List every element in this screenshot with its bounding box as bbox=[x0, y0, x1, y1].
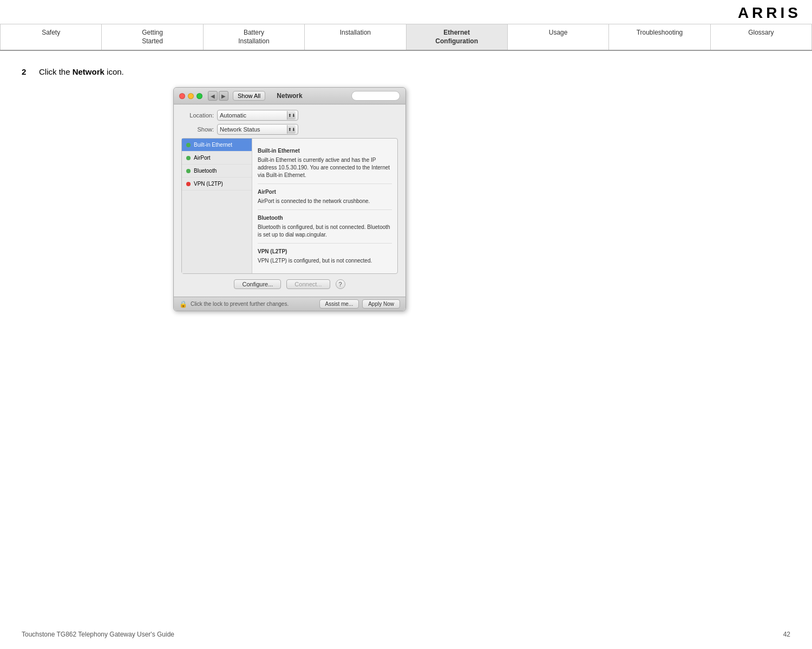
navigation: Safety GettingStarted BatteryInstallatio… bbox=[0, 24, 812, 51]
airport-detail: AirPort AirPort is connected to the netw… bbox=[258, 184, 392, 210]
bluetooth-status-dot bbox=[186, 169, 191, 173]
network-item-vpn[interactable]: VPN (L2TP) bbox=[182, 178, 252, 191]
ethernet-detail-text: Built-in Ethernet is currently active an… bbox=[258, 156, 392, 179]
mac-maximize-button[interactable] bbox=[197, 93, 202, 99]
network-item-airport[interactable]: AirPort bbox=[182, 152, 252, 165]
nav-ethernet-configuration[interactable]: EthernetConfiguration bbox=[407, 24, 508, 50]
mac-help-button[interactable]: ? bbox=[336, 279, 345, 289]
airport-detail-title: AirPort bbox=[258, 188, 392, 196]
footer-page-number: 42 bbox=[783, 631, 790, 638]
bluetooth-detail-title: Bluetooth bbox=[258, 214, 392, 222]
mac-assist-button[interactable]: Assist me... bbox=[319, 299, 359, 309]
mac-close-button[interactable] bbox=[179, 93, 185, 99]
nav-battery-installation[interactable]: BatteryInstallation bbox=[204, 24, 305, 50]
lock-icon: 🔒 bbox=[179, 300, 187, 308]
ethernet-status-dot bbox=[186, 143, 191, 147]
vpn-status-dot bbox=[186, 182, 191, 186]
nav-installation[interactable]: Installation bbox=[305, 24, 406, 50]
vpn-detail-text: VPN (L2TP) is configured, but is not con… bbox=[258, 257, 392, 265]
mac-apply-now-button[interactable]: Apply Now bbox=[362, 299, 400, 309]
mac-window-buttons bbox=[179, 93, 202, 99]
mac-show-arrow: ⬆⬇ bbox=[287, 125, 296, 134]
ethernet-detail: Built-in Ethernet Built-in Ethernet is c… bbox=[258, 143, 392, 184]
mac-network-detail: Built-in Ethernet Built-in Ethernet is c… bbox=[252, 139, 397, 273]
mac-show-label: Show: bbox=[181, 126, 214, 133]
vpn-detail: VPN (L2TP) VPN (L2TP) is configured, but… bbox=[258, 244, 392, 269]
mac-minimize-button[interactable] bbox=[188, 93, 194, 99]
mac-show-select[interactable]: Network Status ⬆⬇ bbox=[217, 124, 298, 135]
main-content: 2 Click the Network icon. ◀ ▶ Show All N… bbox=[0, 51, 812, 333]
bluetooth-detail: Bluetooth Bluetooth is configured, but i… bbox=[258, 210, 392, 244]
mac-lockbar-buttons: Assist me... Apply Now bbox=[319, 299, 401, 309]
arris-logo: ARRIS bbox=[738, 4, 801, 22]
mac-window-body: Location: Automatic ⬆⬇ Show: Network Sta… bbox=[174, 104, 405, 297]
airport-detail-text: AirPort is connected to the network crus… bbox=[258, 198, 392, 205]
mac-titlebar: ◀ ▶ Show All Network bbox=[174, 88, 405, 104]
page-footer: Touchstone TG862 Telephony Gateway User'… bbox=[0, 631, 812, 638]
network-item-bluetooth[interactable]: Bluetooth bbox=[182, 165, 252, 178]
mac-lock-text: Click the lock to prevent further change… bbox=[191, 301, 289, 307]
network-item-ethernet[interactable]: Built-in Ethernet bbox=[182, 139, 252, 152]
mac-show-all-button[interactable]: Show All bbox=[233, 91, 265, 101]
mac-forward-button[interactable]: ▶ bbox=[219, 91, 228, 101]
step-instruction: Click the Network icon. bbox=[39, 67, 124, 76]
mac-network-window: ◀ ▶ Show All Network Location: Automatic… bbox=[173, 87, 406, 311]
mac-window-title: Network bbox=[277, 92, 302, 100]
nav-glossary[interactable]: Glossary bbox=[711, 24, 812, 50]
nav-safety[interactable]: Safety bbox=[0, 24, 102, 50]
mac-configure-button[interactable]: Configure... bbox=[234, 279, 281, 289]
mac-lockbar: 🔒 Click the lock to prevent further chan… bbox=[174, 297, 405, 311]
mac-location-arrow: ⬆⬇ bbox=[287, 111, 296, 120]
mac-show-row: Show: Network Status ⬆⬇ bbox=[181, 124, 398, 135]
nav-getting-started[interactable]: GettingStarted bbox=[102, 24, 203, 50]
nav-usage[interactable]: Usage bbox=[508, 24, 609, 50]
mac-location-label: Location: bbox=[181, 112, 214, 119]
mac-search-input[interactable] bbox=[351, 91, 400, 101]
vpn-detail-title: VPN (L2TP) bbox=[258, 248, 392, 255]
ethernet-detail-title: Built-in Ethernet bbox=[258, 147, 392, 155]
mac-network-panel: Built-in Ethernet AirPort Bluetooth VPN … bbox=[181, 138, 398, 274]
step-number: 2 bbox=[22, 67, 32, 76]
mac-connect-button[interactable]: Connect... bbox=[286, 279, 330, 289]
bluetooth-detail-text: Bluetooth is configured, but is not conn… bbox=[258, 224, 392, 239]
header: ARRIS bbox=[0, 0, 812, 24]
step-2: 2 Click the Network icon. bbox=[22, 67, 790, 76]
mac-nav-buttons: ◀ ▶ bbox=[208, 91, 228, 101]
nav-troubleshooting[interactable]: Troubleshooting bbox=[609, 24, 710, 50]
mac-location-select[interactable]: Automatic ⬆⬇ bbox=[217, 110, 298, 121]
mac-action-buttons: Configure... Connect... ? bbox=[181, 276, 398, 291]
mac-back-button[interactable]: ◀ bbox=[208, 91, 218, 101]
airport-status-dot bbox=[186, 156, 191, 160]
footer-guide-title: Touchstone TG862 Telephony Gateway User'… bbox=[22, 631, 174, 638]
mac-network-list: Built-in Ethernet AirPort Bluetooth VPN … bbox=[182, 139, 252, 273]
mac-location-row: Location: Automatic ⬆⬇ bbox=[181, 110, 398, 121]
